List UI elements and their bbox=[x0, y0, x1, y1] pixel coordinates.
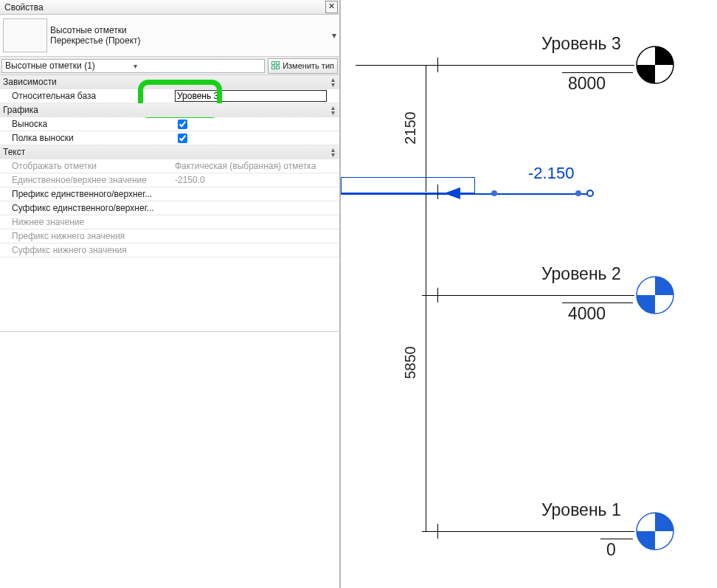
row-prefix-su[interactable]: Префикс единственного/верхнег... bbox=[0, 187, 339, 201]
level1-underline bbox=[600, 539, 633, 539]
leader-label: Выноска bbox=[0, 119, 173, 129]
collapse-icon[interactable]: ▴▾ bbox=[331, 147, 335, 157]
spot-handle-1[interactable] bbox=[491, 190, 497, 196]
type-selector[interactable]: Высотные отметки Перекрестье (Проект) ▾ bbox=[0, 15, 339, 57]
spot-arrow-icon bbox=[444, 187, 460, 201]
group-text[interactable]: Текст ▴▾ bbox=[0, 145, 339, 159]
level3-value: 8000 bbox=[568, 74, 606, 94]
collapse-icon[interactable]: ▴▾ bbox=[331, 77, 335, 87]
row-prefix-lower: Префикс нижнего значения bbox=[0, 229, 339, 243]
type-family: Высотные отметки bbox=[50, 25, 329, 35]
row-display-elevations: Отображать отметки Фактическая (выбранна… bbox=[0, 159, 339, 173]
level3-underline bbox=[562, 72, 633, 73]
spot-level-line bbox=[341, 193, 590, 195]
row-suffix-lower: Суффикс нижнего значения bbox=[0, 243, 339, 257]
svg-rect-2 bbox=[272, 66, 275, 69]
relative-base-input[interactable] bbox=[175, 90, 327, 102]
level3-tick bbox=[437, 58, 438, 72]
level2-line bbox=[422, 295, 634, 296]
spot-elevation-text[interactable]: -2.150 bbox=[528, 164, 574, 183]
relative-base-cell bbox=[173, 90, 339, 102]
instance-filter-label: Высотные отметки (1) bbox=[5, 60, 134, 71]
level1-line bbox=[422, 531, 634, 532]
group-constraints[interactable]: Зависимости ▴▾ bbox=[0, 75, 339, 89]
chevron-down-icon: ▾ bbox=[134, 62, 262, 70]
type-dropdown-arrow[interactable]: ▾ bbox=[329, 18, 339, 52]
type-text: Высотные отметки Перекрестье (Проект) bbox=[50, 25, 329, 46]
row-shoulder: Полка выноски bbox=[0, 131, 339, 145]
level2-marker bbox=[636, 276, 674, 314]
svg-rect-3 bbox=[277, 66, 280, 69]
group-graphics[interactable]: Графика ▴▾ bbox=[0, 103, 339, 117]
instance-filter[interactable]: Высотные отметки (1) ▾ bbox=[1, 59, 265, 73]
collapse-icon[interactable]: ▴▾ bbox=[331, 105, 335, 115]
panel-blank bbox=[0, 332, 339, 588]
edit-type-icon bbox=[271, 61, 280, 70]
row-lower-value: Нижнее значение bbox=[0, 215, 339, 229]
single-upper-value: -2150.0 bbox=[173, 175, 339, 185]
spot-end-handle[interactable] bbox=[586, 190, 594, 197]
relative-base-label: Относительная база bbox=[0, 91, 173, 101]
row-leader: Выноска bbox=[0, 117, 339, 131]
level3-name: Уровень 3 bbox=[541, 34, 621, 54]
type-thumbnail bbox=[3, 18, 47, 52]
dim1-text: 2150 bbox=[402, 111, 419, 145]
level2-name: Уровень 2 bbox=[541, 264, 621, 284]
instance-row: Высотные отметки (1) ▾ Изменить тип bbox=[0, 57, 339, 75]
level1-tick bbox=[437, 524, 438, 539]
svg-rect-1 bbox=[277, 62, 280, 65]
panel-title-bar[interactable]: Свойства ✕ bbox=[0, 0, 339, 15]
leader-checkbox[interactable] bbox=[178, 120, 187, 129]
svg-rect-0 bbox=[272, 62, 275, 65]
level3-line bbox=[356, 65, 634, 66]
shoulder-checkbox[interactable] bbox=[178, 134, 187, 143]
properties-panel: Свойства ✕ Высотные отметки Перекрестье … bbox=[0, 0, 341, 588]
dim1-line bbox=[426, 65, 426, 192]
spot-tick bbox=[437, 184, 438, 199]
panel-title-text: Свойства bbox=[4, 2, 325, 13]
edit-type-label: Изменить тип bbox=[283, 61, 334, 70]
level1-name: Уровень 1 bbox=[541, 500, 621, 520]
row-relative-base: Относительная база bbox=[0, 89, 339, 103]
level1-marker bbox=[636, 512, 674, 550]
row-single-upper: Единственное/верхнее значение -2150.0 bbox=[0, 173, 339, 187]
spot-handle-2[interactable] bbox=[575, 190, 581, 196]
property-grid: Зависимости ▴▾ Относительная база График… bbox=[0, 75, 339, 332]
shoulder-label: Полка выноски bbox=[0, 133, 173, 143]
display-elevations-value: Фактическая (выбранная) отметка bbox=[173, 161, 339, 171]
level1-value: 0 bbox=[606, 540, 616, 560]
type-name: Перекрестье (Проект) bbox=[50, 35, 329, 46]
level2-underline bbox=[562, 302, 633, 303]
level3-marker bbox=[636, 46, 674, 84]
dim2-line bbox=[426, 193, 426, 531]
svg-marker-5 bbox=[444, 187, 460, 199]
edit-type-button[interactable]: Изменить тип bbox=[268, 58, 338, 74]
drawing-canvas[interactable]: Уровень 3 8000 2150 -2.150 5850 Уровень … bbox=[341, 0, 717, 588]
level2-tick bbox=[437, 288, 438, 302]
level2-value: 4000 bbox=[568, 304, 606, 324]
close-button[interactable]: ✕ bbox=[325, 1, 338, 13]
dim2-text: 5850 bbox=[402, 346, 419, 379]
row-suffix-su[interactable]: Суффикс единственного/верхнег... bbox=[0, 201, 339, 215]
